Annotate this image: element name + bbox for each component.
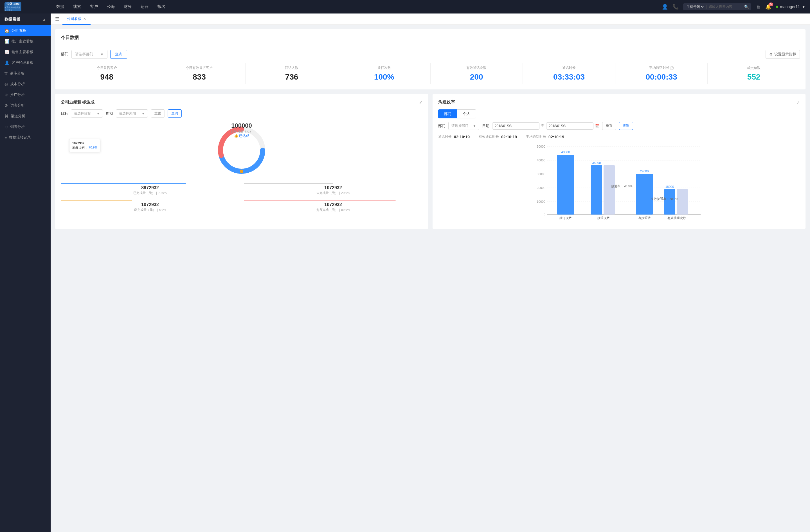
comm-efficiency-card: 沟通效率 ⤢ 部门 个人 部门 请选择部门 ▼ bbox=[433, 94, 806, 229]
target-select-arrow-icon: ▼ bbox=[96, 112, 100, 116]
comm-query-button[interactable]: 查询 bbox=[619, 122, 633, 130]
nav-leads[interactable]: 线索 bbox=[72, 4, 82, 9]
stat-desc-incomplete: 未完成量（元）｜20.9% bbox=[244, 191, 422, 195]
collapse-icon[interactable]: ▲ bbox=[42, 17, 46, 22]
sidebar-item-cost[interactable]: ◎ 成本分析 bbox=[0, 79, 51, 89]
logo-main-text: 云朵CRM bbox=[6, 2, 19, 6]
sidebar-item-customer-board[interactable]: 👤 客户经理看板 bbox=[0, 57, 51, 68]
stat-desc-over: 超额完成（元）｜89.9% bbox=[244, 208, 422, 212]
promotion-board-icon: 📊 bbox=[4, 39, 9, 44]
metric-value: 948 bbox=[63, 72, 151, 82]
nav-operations[interactable]: 运营 bbox=[140, 4, 150, 9]
svg-text:有效通话: 有效通话 bbox=[638, 216, 650, 220]
sidebar-item-sales-analysis[interactable]: ⊙ 销售分析 bbox=[0, 121, 51, 132]
dept-label: 部门 bbox=[61, 52, 69, 57]
comm-tab-dept[interactable]: 部门 bbox=[438, 110, 457, 118]
nav-data[interactable]: 数据 bbox=[55, 4, 65, 9]
comm-stat-avg-value: 02:10:19 bbox=[548, 135, 564, 139]
svg-rect-27 bbox=[664, 189, 675, 215]
sidebar-item-visitor[interactable]: ⊗ 访客分析 bbox=[0, 100, 51, 111]
nav-public-sea[interactable]: 公海 bbox=[106, 4, 116, 9]
content-area: ☰ 公司看板 ✕ 今日数据 部门 请选择部门 bbox=[51, 14, 810, 532]
search-input[interactable] bbox=[709, 5, 743, 9]
user-area[interactable]: manager11 ▼ bbox=[776, 4, 806, 9]
period-label: 周期 bbox=[106, 111, 113, 116]
tab-company-board[interactable]: 公司看板 ✕ bbox=[62, 14, 91, 25]
nav-signup[interactable]: 报名 bbox=[156, 4, 166, 9]
today-data-title: 今日数据 bbox=[61, 35, 79, 41]
target-form: 目标 请选择目标 ▼ 周期 请选择周期 ▼ 重置 查询 bbox=[61, 110, 422, 118]
date-separator: 至 bbox=[541, 123, 545, 128]
comm-tab-person[interactable]: 个人 bbox=[457, 110, 476, 118]
metric-label: 今日有效首咨客户 bbox=[156, 66, 243, 70]
sidebar-item-funnel[interactable]: ▽ 漏斗分析 bbox=[0, 68, 51, 79]
stat-bar-completed bbox=[61, 183, 186, 184]
svg-text:30000: 30000 bbox=[537, 172, 545, 176]
sidebar-section-header: 数据看板 ▲ bbox=[0, 14, 51, 25]
tab-close-icon[interactable]: ✕ bbox=[83, 17, 86, 21]
monitor-icon[interactable]: 🖥 bbox=[756, 4, 761, 10]
svg-rect-28 bbox=[677, 189, 688, 215]
today-data-header: 今日数据 bbox=[61, 35, 800, 45]
sidebar-item-channel[interactable]: ⌘ 渠道分析 bbox=[0, 111, 51, 121]
comm-stat-valid-label: 有效通话时长 bbox=[479, 134, 499, 139]
sidebar-item-company-board[interactable]: 🏠 公司看板 bbox=[0, 25, 51, 36]
comm-filter: 部门 请选择部门 ▼ 日期 至 📅 重置 查询 bbox=[438, 122, 800, 130]
metric-dial-count: 拨打次数 100% bbox=[338, 63, 431, 84]
donut-container: 1072932 所占比例： 70.9% bbox=[61, 122, 422, 178]
stat-num-completed: 8972932 bbox=[61, 185, 239, 190]
person-icon[interactable]: 👤 bbox=[662, 4, 668, 10]
perf-reset-button[interactable]: 重置 bbox=[151, 110, 165, 118]
sidebar-item-label: 成本分析 bbox=[10, 82, 25, 87]
search-type-select[interactable]: 手机号码 bbox=[685, 4, 704, 9]
comm-expand-icon[interactable]: ⤢ bbox=[796, 100, 800, 105]
nav-icons: 👤 📞 手机号码 | 🔍 🖥 🔔 5 manager11 ▼ bbox=[662, 3, 806, 10]
sidebar-item-sales-board[interactable]: 📈 销售主管看板 bbox=[0, 47, 51, 57]
user-dropdown-icon[interactable]: ▼ bbox=[801, 4, 806, 9]
comm-dept-filter-label: 部门 bbox=[438, 123, 446, 129]
comm-reset-button[interactable]: 重置 bbox=[602, 122, 616, 130]
sidebar-item-label: 销售主管看板 bbox=[12, 49, 33, 54]
search-box[interactable]: 手机号码 | 🔍 bbox=[683, 3, 751, 10]
period-select[interactable]: 请选择周期 ▼ bbox=[116, 110, 148, 118]
metric-label: 回访人数 bbox=[248, 66, 336, 70]
date-end-input[interactable] bbox=[546, 122, 594, 130]
phone-icon[interactable]: 📞 bbox=[673, 4, 679, 10]
dept-select[interactable]: 请选择部门 ▼ bbox=[71, 50, 108, 59]
target-select[interactable]: 请选择目标 ▼ bbox=[71, 110, 103, 118]
today-query-button[interactable]: 查询 bbox=[110, 50, 127, 59]
comm-stats: 通话时长 02:10:19 有效通话时长 02:10:19 平均通话时长 02:… bbox=[438, 134, 800, 139]
donut-center: 100000 目标总量（元） 👍 已达成 bbox=[231, 122, 253, 138]
svg-text:50000: 50000 bbox=[537, 145, 545, 148]
target-placeholder: 请选择目标 bbox=[74, 111, 91, 116]
date-start-input[interactable] bbox=[492, 122, 539, 130]
sidebar-item-label: 访客分析 bbox=[10, 103, 25, 108]
search-icon[interactable]: 🔍 bbox=[744, 4, 749, 9]
nav-finance[interactable]: 财务 bbox=[123, 4, 133, 9]
sidebar-item-promotion-analysis[interactable]: ⊕ 推广分析 bbox=[0, 89, 51, 100]
perf-query-button[interactable]: 查询 bbox=[168, 110, 182, 118]
metric-label: 成交单数 bbox=[710, 66, 798, 70]
comm-title: 沟通效率 bbox=[438, 100, 455, 105]
sidebar-item-data-flow[interactable]: ≡ 数据流转记录 bbox=[0, 132, 51, 143]
expand-icon[interactable]: ⤢ bbox=[419, 100, 422, 105]
stat-bar-should bbox=[61, 200, 132, 200]
sidebar-item-label: 客户经理看板 bbox=[12, 60, 33, 65]
metrics-row: 今日首咨客户 948 今日有效首咨客户 833 回访人数 736 拨打次数 10… bbox=[61, 63, 800, 84]
sidebar-item-promotion-board[interactable]: 📊 推广主管看板 bbox=[0, 36, 51, 47]
sales-board-icon: 📈 bbox=[4, 50, 9, 54]
channel-icon: ⌘ bbox=[4, 114, 9, 118]
svg-text:接通次数: 接通次数 bbox=[597, 216, 610, 220]
calendar-icon[interactable]: 📅 bbox=[595, 124, 599, 128]
stat-bar-incomplete bbox=[244, 183, 333, 184]
stat-completed: 8972932 已完成量（元）｜70.9% bbox=[61, 183, 239, 195]
notification-button[interactable]: 🔔 5 bbox=[765, 4, 772, 10]
today-data-card: 今日数据 部门 请选择部门 ▼ 查询 ⚙ 设置显示指标 bbox=[55, 29, 806, 89]
comm-dept-placeholder: 请选择部门 bbox=[451, 123, 468, 128]
settings-display-button[interactable]: ⚙ 设置显示指标 bbox=[765, 50, 800, 59]
sales-analysis-icon: ⊙ bbox=[4, 124, 8, 129]
sidebar-item-label: 销售分析 bbox=[10, 124, 25, 129]
nav-customers[interactable]: 客户 bbox=[89, 4, 99, 9]
comm-dept-select[interactable]: 请选择部门 ▼ bbox=[448, 122, 479, 130]
menu-toggle-icon[interactable]: ☰ bbox=[55, 16, 59, 22]
